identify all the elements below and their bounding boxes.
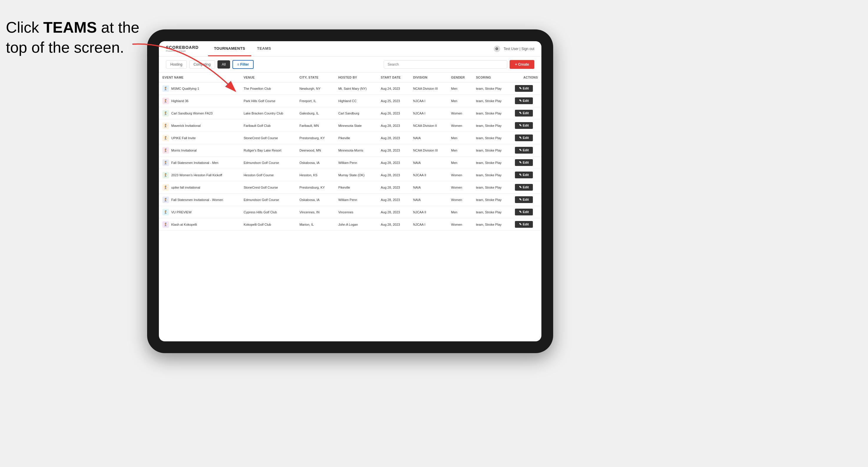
hosted-by-cell-8: Pikeville [335, 181, 377, 194]
edit-button-1[interactable]: ✎ Edit [515, 97, 533, 104]
event-name-8: upike fall invitational [171, 186, 200, 189]
logo-title: SCOREBOARD [166, 45, 198, 50]
edit-button-4[interactable]: ✎ Edit [515, 134, 533, 141]
table-container: EVENT NAME VENUE CITY, STATE HOSTED BY S… [159, 73, 541, 341]
create-button[interactable]: + Create [509, 60, 534, 69]
venue-cell-7: Hesston Golf Course [240, 169, 296, 181]
scoring-cell-8: team, Stroke Play [472, 181, 512, 194]
hosted-by-cell-4: Pikeville [335, 132, 377, 144]
event-name-6: Fall Statesmen Invitational - Men [171, 161, 218, 164]
city-state-cell-0: Newburgh, NY [296, 83, 335, 95]
start-date-cell-5: Aug 28, 2023 [377, 144, 410, 157]
event-name-cell-1: 🏌 Highland 36 [159, 95, 240, 107]
city-state-cell-1: Freeport, IL [296, 95, 335, 107]
event-name-cell-9: 🏌 Fall Statesmen Invitational - Women [159, 194, 240, 206]
division-cell-11: NJCAA I [410, 218, 447, 231]
event-name-cell-10: 🏌 VU PREVIEW [159, 206, 240, 218]
all-filter-button[interactable]: All [217, 60, 230, 68]
col-hosted-by: HOSTED BY [335, 73, 377, 83]
venue-cell-6: Edmundson Golf Course [240, 157, 296, 169]
event-name-cell-7: 🏌 2023 Women's Hesston Fall Kickoff [159, 169, 240, 181]
scoring-cell-5: team, Stroke Play [472, 144, 512, 157]
edit-button-7[interactable]: ✎ Edit [515, 172, 533, 178]
instruction-bold: TEAMS [43, 19, 97, 36]
city-state-cell-7: Hesston, KS [296, 169, 335, 181]
edit-button-6[interactable]: ✎ Edit [515, 159, 533, 166]
col-division: DIVISION [410, 73, 447, 83]
actions-cell-8: ✎ Edit [512, 181, 541, 194]
table-row: 🏌 Maverick Invitational Faribault Golf C… [159, 120, 541, 132]
edit-button-8[interactable]: ✎ Edit [515, 184, 533, 191]
gender-cell-3: Women [447, 120, 472, 132]
city-state-cell-10: Vincennes, IN [296, 206, 335, 218]
event-icon-7: 🏌 [162, 172, 169, 178]
edit-button-11[interactable]: ✎ Edit [515, 221, 533, 228]
scoring-cell-6: team, Stroke Play [472, 157, 512, 169]
scoring-cell-9: team, Stroke Play [472, 194, 512, 206]
scoring-cell-3: team, Stroke Play [472, 120, 512, 132]
division-cell-3: NCAA Division II [410, 120, 447, 132]
city-state-cell-8: Prestonsburg, KY [296, 181, 335, 194]
col-event-name: EVENT NAME [159, 73, 240, 83]
col-actions: ACTIONS [512, 73, 541, 83]
start-date-cell-8: Aug 28, 2023 [377, 181, 410, 194]
actions-cell-6: ✎ Edit [512, 157, 541, 169]
table-header: EVENT NAME VENUE CITY, STATE HOSTED BY S… [159, 73, 541, 83]
edit-button-9[interactable]: ✎ Edit [515, 196, 533, 203]
event-icon-1: 🏌 [162, 98, 169, 104]
scoring-cell-0: team, Stroke Play [472, 83, 512, 95]
event-name-0: MSMC Qualifying 1 [171, 87, 199, 90]
table-body: 🏌 MSMC Qualifying 1 The Powelton Club Ne… [159, 83, 541, 231]
edit-button-3[interactable]: ✎ Edit [515, 122, 533, 129]
col-venue: VENUE [240, 73, 296, 83]
edit-button-2[interactable]: ✎ Edit [515, 110, 533, 117]
nav-right: ⚙ Test User | Sign out [494, 45, 535, 52]
toolbar: Hosting Competing All ≡ Filter + Create [159, 57, 541, 73]
event-icon-9: 🏌 [162, 196, 169, 203]
search-input[interactable] [384, 60, 507, 68]
actions-cell-7: ✎ Edit [512, 169, 541, 181]
col-scoring: SCORING [472, 73, 512, 83]
gender-cell-4: Men [447, 132, 472, 144]
edit-button-10[interactable]: ✎ Edit [515, 209, 533, 215]
division-cell-0: NCAA Division III [410, 83, 447, 95]
event-icon-3: 🏌 [162, 122, 169, 129]
hosted-by-cell-5: Minnesota-Morris [335, 144, 377, 157]
nav-bar: SCOREBOARD Powered by Clippit TOURNAMENT… [159, 41, 541, 57]
venue-cell-0: The Powelton Club [240, 83, 296, 95]
start-date-cell-3: Aug 28, 2023 [377, 120, 410, 132]
hosted-by-cell-11: John A Logan [335, 218, 377, 231]
actions-cell-1: ✎ Edit [512, 95, 541, 107]
event-name-3: Maverick Invitational [171, 124, 201, 127]
table-row: 🏌 Morris Invitational Ruttger's Bay Lake… [159, 144, 541, 157]
event-name-cell-8: 🏌 upike fall invitational [159, 181, 240, 194]
tab-teams[interactable]: TEAMS [251, 41, 277, 56]
division-cell-9: NAIA [410, 194, 447, 206]
actions-cell-2: ✎ Edit [512, 107, 541, 120]
city-state-cell-11: Marion, IL [296, 218, 335, 231]
edit-button-5[interactable]: ✎ Edit [515, 147, 533, 154]
start-date-cell-11: Aug 28, 2023 [377, 218, 410, 231]
actions-cell-9: ✎ Edit [512, 194, 541, 206]
hosted-by-cell-7: Murray State (OK) [335, 169, 377, 181]
tab-tournaments[interactable]: TOURNAMENTS [208, 41, 251, 56]
event-icon-5: 🏌 [162, 147, 169, 154]
scoring-cell-11: team, Stroke Play [472, 218, 512, 231]
gender-cell-9: Women [447, 194, 472, 206]
scoring-cell-4: team, Stroke Play [472, 132, 512, 144]
filter-button[interactable]: ≡ Filter [232, 60, 254, 69]
event-name-4: UPIKE Fall Invite [171, 136, 196, 140]
event-name-7: 2023 Women's Hesston Fall Kickoff [171, 173, 222, 177]
actions-cell-11: ✎ Edit [512, 218, 541, 231]
event-name-cell-4: 🏌 UPIKE Fall Invite [159, 132, 240, 144]
edit-button-0[interactable]: ✎ Edit [515, 85, 533, 92]
start-date-cell-0: Aug 24, 2023 [377, 83, 410, 95]
gear-icon[interactable]: ⚙ [494, 45, 500, 52]
competing-filter-button[interactable]: Competing [189, 60, 215, 68]
hosting-filter-button[interactable]: Hosting [166, 60, 187, 68]
hosted-by-cell-0: Mt. Saint Mary (NY) [335, 83, 377, 95]
event-icon-4: 🏌 [162, 135, 169, 141]
table-row: 🏌 Carl Sandburg Women FA23 Lake Bracken … [159, 107, 541, 120]
table-row: 🏌 Fall Statesmen Invitational - Men Edmu… [159, 157, 541, 169]
gender-cell-2: Women [447, 107, 472, 120]
